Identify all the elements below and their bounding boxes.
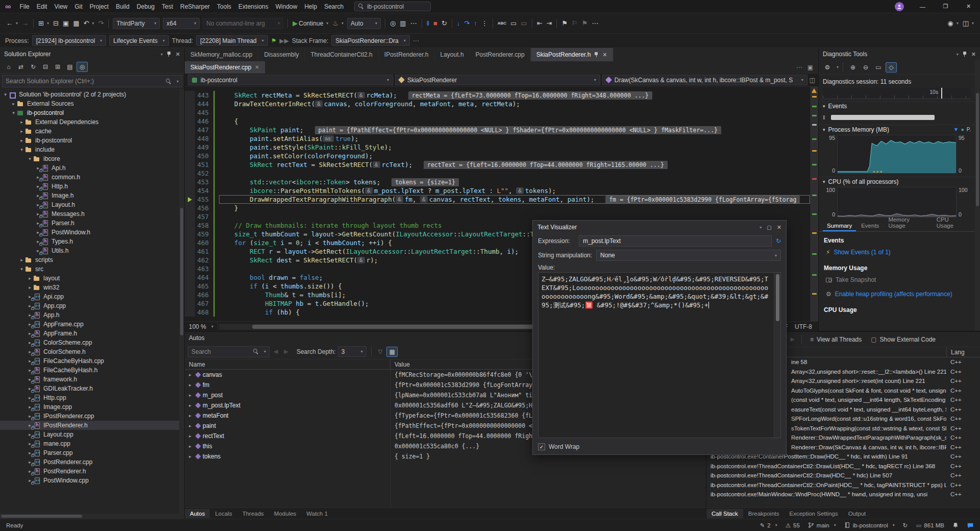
maximize-button[interactable]: ❐ [934, 0, 957, 13]
minimize-button[interactable]: — [911, 0, 934, 13]
manipulation-dropdown[interactable]: None ▾ [596, 250, 781, 261]
menu-item-build[interactable]: Build [112, 0, 133, 13]
uncomment[interactable]: ▭ [519, 17, 529, 30]
tree-item-app-cpp[interactable]: ▸App.cpp [0, 301, 184, 310]
switch-views[interactable]: ⇄ [15, 62, 27, 72]
visualizer-titlebar[interactable]: Text Visualizer ▾ ▢ ✕ [533, 221, 786, 234]
tab-call-stack[interactable]: Call Stack [706, 509, 743, 518]
debugger-datatip[interactable]: rectMeta = {fLeft=73.0000000 fTop=16.000… [408, 91, 652, 100]
indent-increase[interactable]: ⇥ [545, 17, 554, 30]
callstack-frame-14[interactable]: ib-postcontrol.exe!ThreadContainerCtl2::… [706, 480, 980, 490]
expander-icon[interactable]: ▸ [18, 257, 25, 262]
toolbar-overflow[interactable]: ⋯ [590, 17, 600, 30]
menu-item-window[interactable]: Window [272, 0, 301, 13]
hot-reload-mode[interactable]: Auto▾ [347, 18, 381, 29]
tree-item-win32[interactable]: ▸win32 [0, 283, 184, 292]
expander-icon[interactable]: ▸ [18, 138, 25, 143]
find-next[interactable]: ▥ [398, 17, 408, 30]
expander-icon[interactable]: ▾ [18, 147, 25, 152]
settings-gear-icon[interactable]: ⚙ [822, 62, 833, 73]
diag-tab-summary[interactable]: Summary [823, 221, 856, 231]
toggle-formatting-icon[interactable]: ▦ [386, 347, 398, 357]
explorer-horizontal-scrollbar[interactable] [0, 514, 184, 519]
tree-item-src[interactable]: ▾src [0, 264, 184, 274]
tree-item-api-cpp[interactable]: ▸Api.cpp [0, 292, 184, 301]
show-all-files[interactable]: ⊞ [52, 62, 63, 72]
tree-item-api-h[interactable]: ▸Api.h [0, 163, 184, 173]
navigate-forward[interactable]: → [20, 17, 31, 30]
debug-more[interactable]: ⋮ [479, 17, 490, 30]
solution-platforms[interactable]: x64▾ [163, 18, 200, 29]
tab-layout-h[interactable]: Layout.h [435, 48, 470, 61]
tree-item-colorscheme-h[interactable]: ▸ColorScheme.h [0, 347, 184, 356]
callstack-frame-15[interactable]: ib-postcontrol.exe!MainWindow::WndProc(H… [706, 490, 980, 499]
find-more[interactable]: ⋯ [408, 17, 419, 30]
expander-icon[interactable]: ▸ [18, 119, 25, 125]
solution-configurations[interactable]: ThirdParty▾ [113, 18, 160, 29]
column-name[interactable]: Name [185, 359, 390, 369]
expander-icon[interactable]: ▾ [10, 110, 17, 115]
next-statement-icon[interactable]: ▶▶ [280, 37, 289, 44]
expander-icon[interactable]: ▸ [10, 101, 17, 106]
sync-with-active-document[interactable]: ◎ [77, 62, 88, 72]
tab-autos[interactable]: Autos [185, 509, 210, 518]
hot-reload[interactable]: ♨▾ [330, 17, 346, 30]
expander-icon[interactable]: ▸ [27, 276, 33, 281]
menu-item-project[interactable]: Project [86, 0, 112, 13]
thread-combo[interactable]: [22208] Main Thread▾ [196, 35, 268, 46]
tree-item-ipostrenderer-h[interactable]: ▸IPostRenderer.h [0, 421, 184, 430]
events-section-header[interactable]: ▾Events [819, 101, 975, 110]
quick-search-input[interactable]: ib-postcontrol [354, 2, 431, 11]
nav-type-dropdown[interactable]: SkiaPostRenderer ▾ [395, 75, 600, 85]
window-position-icon[interactable]: ▾ [760, 225, 762, 230]
tree-item-layout-h[interactable]: ▸Layout.h [0, 200, 184, 209]
flag-icon[interactable]: ⚑ [271, 37, 277, 44]
open-file[interactable]: ⊟ [51, 17, 61, 30]
tree-item-app-h[interactable]: ▸App.h [0, 310, 184, 320]
tree-item-scripts[interactable]: ▸scripts [0, 255, 184, 264]
expander-icon[interactable]: ▸ [187, 423, 193, 428]
sync-indicator[interactable]: ↻ [903, 522, 908, 529]
editor-marker-bar[interactable] [810, 87, 818, 321]
tree-item-image-h[interactable]: ▸Image.h [0, 191, 184, 200]
show-events-link[interactable]: ⚡ Show Events (1 of 1) [819, 245, 975, 259]
step-into[interactable]: ↓ [455, 17, 462, 30]
value-scrollbar[interactable] [774, 273, 780, 438]
tree-item-external-dependencies[interactable]: ▸External Dependencies [0, 117, 184, 127]
continue-button[interactable]: ▶Continue▾ [290, 17, 330, 30]
undo[interactable]: ↶▾ [81, 17, 96, 30]
tab-locals[interactable]: Locals [210, 509, 237, 518]
bookmark-toggle[interactable]: ⚑ [559, 17, 570, 30]
tree-item-common-h[interactable]: ▸common.h [0, 173, 184, 182]
toolbar-options[interactable]: ◫▾ [961, 17, 976, 30]
zoom-dropdown[interactable]: 100 %▾ [185, 322, 218, 332]
window-layout-icon[interactable]: ▣ [807, 64, 813, 71]
expander-icon[interactable]: ▸ [187, 433, 193, 439]
debugbar-overflow[interactable]: ⋯ [413, 37, 419, 44]
timeline-marker[interactable] [941, 88, 942, 99]
tree-item-filecachebyhash-h[interactable]: ▸FileCacheByHash.h [0, 366, 184, 375]
callstack-frame-12[interactable]: ib-postcontrol.exe!ThreadContainerCtl2::… [706, 462, 980, 471]
stop-debugging[interactable]: ■ [431, 17, 439, 30]
search-next-icon[interactable]: ▶ [282, 348, 290, 355]
tree-item-ib-postcontrol[interactable]: ▾ib-postcontrol [0, 108, 184, 117]
diagnostics-scrollbar[interactable] [975, 60, 980, 331]
tree-item-external-sources[interactable]: ▸External Sources [0, 99, 184, 108]
spell-check[interactable]: ABC [496, 17, 508, 30]
close-icon[interactable]: ✕ [255, 64, 259, 70]
window-position-icon[interactable]: ▾ [957, 52, 959, 57]
next-frame-icon[interactable]: ▶ [788, 336, 796, 343]
diag-tab-events[interactable]: Events [857, 221, 883, 231]
startup-args[interactable]: No command-line arg▾ [203, 18, 283, 29]
debugger-datatip[interactable]: fm = {fPtr=0x000001c5383d2990 {fLogFontA… [605, 196, 800, 204]
tab-ipostrenderer-h[interactable]: IPostRenderer.h [379, 48, 435, 61]
menu-item-file[interactable]: File [16, 0, 33, 13]
tree-item-http-h[interactable]: ▸Http.h [0, 182, 184, 191]
expander-icon[interactable]: ▸ [187, 382, 193, 388]
step-out[interactable]: ↑ [472, 17, 479, 30]
close-icon[interactable]: ✕ [176, 51, 180, 58]
window-position-icon[interactable]: ▾ [161, 52, 163, 57]
tab-overflow-icon[interactable]: ⋯ [796, 64, 802, 71]
redo[interactable]: ↷ [96, 17, 106, 30]
encoding-indicator[interactable]: UTF-8 [795, 323, 812, 330]
